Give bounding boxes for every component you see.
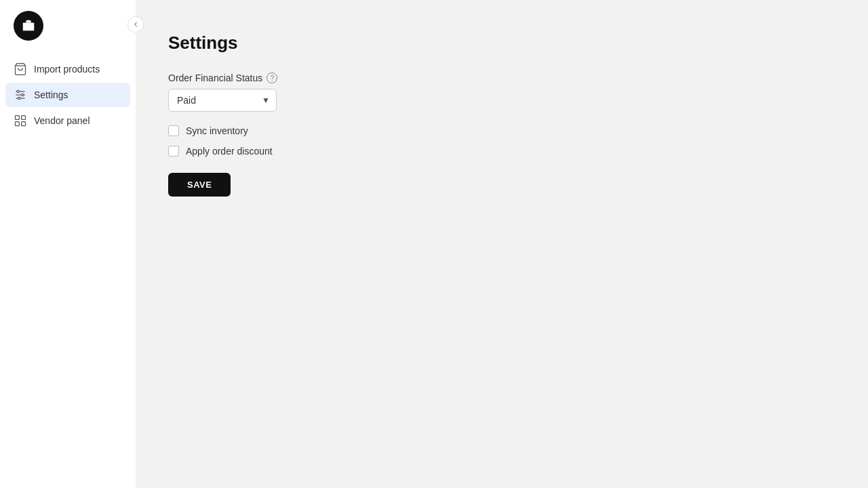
- chevron-left-icon: [132, 20, 140, 28]
- sidebar-item-label: Settings: [34, 89, 68, 100]
- help-icon[interactable]: ?: [267, 73, 277, 83]
- order-financial-status-label: Order Financial Status ?: [168, 73, 835, 83]
- logo-icon: [21, 18, 36, 33]
- svg-rect-12: [22, 122, 26, 126]
- app-logo: [14, 11, 43, 41]
- shopping-bag-icon: [14, 62, 27, 76]
- main-content: Settings Order Financial Status ? Paid P…: [136, 0, 868, 488]
- sidebar-item-settings[interactable]: Settings: [5, 83, 130, 107]
- sidebar-item-import-products[interactable]: Import products: [5, 57, 130, 81]
- page-title: Settings: [168, 33, 835, 54]
- grid-icon: [14, 114, 27, 127]
- sync-inventory-checkbox[interactable]: [168, 125, 179, 136]
- apply-order-discount-label[interactable]: Apply order discount: [186, 146, 273, 157]
- svg-rect-11: [16, 122, 20, 126]
- svg-rect-10: [22, 116, 26, 120]
- svg-rect-9: [16, 116, 20, 120]
- sidebar-item-label: Vendor panel: [34, 115, 90, 126]
- save-button[interactable]: SAVE: [168, 173, 231, 197]
- svg-point-6: [17, 90, 19, 92]
- sidebar-collapse-button[interactable]: [127, 16, 144, 33]
- apply-order-discount-checkbox[interactable]: [168, 146, 179, 157]
- sync-inventory-item: Sync inventory: [168, 125, 835, 136]
- sync-inventory-label[interactable]: Sync inventory: [186, 125, 248, 136]
- svg-point-8: [18, 97, 20, 99]
- apply-order-discount-item: Apply order discount: [168, 146, 835, 157]
- order-financial-status-select-wrapper: Paid Pending Authorized Partially paid R…: [168, 89, 277, 112]
- sidebar-item-label: Import products: [34, 64, 100, 75]
- svg-point-7: [22, 94, 24, 96]
- sidebar: Import products Settings Vendor panel: [0, 0, 136, 488]
- sidebar-nav: Import products Settings Vendor panel: [0, 57, 136, 133]
- sidebar-item-vendor-panel[interactable]: Vendor panel: [5, 108, 130, 133]
- sliders-icon: [14, 88, 27, 102]
- order-financial-status-select[interactable]: Paid Pending Authorized Partially paid R…: [168, 89, 277, 112]
- checkbox-group: Sync inventory Apply order discount: [168, 125, 835, 157]
